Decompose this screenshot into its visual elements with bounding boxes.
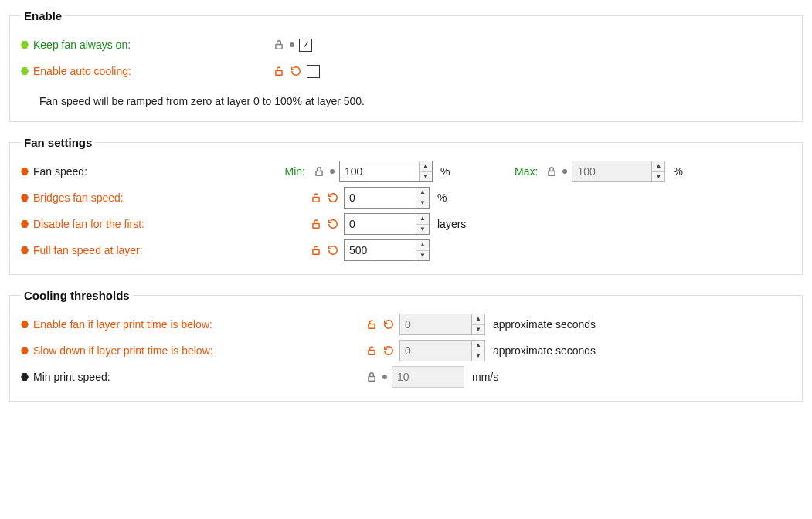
spin-down-icon[interactable]: ▼ [416, 251, 429, 261]
spin-buttons: ▲ ▼ [651, 161, 664, 181]
row-disable-first: Disable fan for the first: ▲ ▼ layers [21, 211, 791, 237]
dot-icon [562, 169, 567, 174]
label-enable-below: Enable fan if layer print time is below: [33, 318, 212, 331]
reset-icon[interactable] [382, 318, 395, 331]
spin-up-icon[interactable]: ▲ [472, 341, 484, 351]
label-keep-fan-on: Keep fan always on: [33, 39, 131, 51]
input-min-speed [392, 367, 464, 387]
spin-up-icon[interactable]: ▲ [652, 161, 664, 172]
row-bridges: Bridges fan speed: ▲ ▼ % [21, 185, 791, 211]
unlock-icon[interactable] [273, 65, 285, 77]
reset-icon[interactable] [382, 344, 395, 357]
spin-disable-first: ▲ ▼ [344, 213, 430, 235]
input-fan-max [572, 161, 651, 181]
spin-buttons: ▲ ▼ [419, 161, 432, 181]
dot-icon [290, 42, 294, 47]
row-auto-cooling: Enable auto cooling: [21, 58, 791, 84]
row-full-layer: Full fan speed at layer: ▲ ▼ [21, 237, 791, 263]
label-fan-speed: Fan speed: [33, 165, 87, 178]
spin-enable-below: ▲ ▼ [399, 314, 485, 335]
reset-icon[interactable] [327, 192, 339, 204]
dot-icon [382, 375, 387, 379]
bullet-icon [21, 194, 29, 202]
lock-icon[interactable] [313, 165, 325, 178]
label-min: Min: [273, 165, 305, 178]
reset-icon[interactable] [327, 244, 339, 256]
svg-rect-7 [369, 324, 375, 328]
spin-down-icon[interactable]: ▼ [652, 172, 664, 182]
lock-icon[interactable] [545, 165, 558, 178]
unlock-icon[interactable] [310, 218, 322, 230]
bullet-icon [21, 168, 29, 175]
input-bridges[interactable] [345, 188, 416, 208]
spin-min-speed [392, 366, 464, 388]
reset-icon[interactable] [327, 218, 339, 230]
spin-up-icon[interactable]: ▲ [472, 314, 484, 325]
lock-icon[interactable] [273, 39, 285, 51]
bullet-icon [21, 347, 29, 354]
label-max: Max: [505, 165, 538, 178]
label-slow-below: Slow down if layer print time is below: [33, 344, 213, 357]
checkbox-auto-cooling[interactable] [307, 65, 320, 78]
bullet-icon [21, 246, 29, 254]
unit-fan-max: % [673, 165, 682, 178]
input-disable-first[interactable] [345, 214, 416, 234]
section-cooling: Cooling thresholds Enable fan if layer p… [9, 289, 803, 402]
svg-rect-8 [369, 350, 375, 354]
input-fan-min[interactable] [340, 161, 419, 181]
section-cooling-legend: Cooling thresholds [21, 289, 133, 302]
row-min-speed: Min print speed: mm/s [21, 364, 791, 390]
unit-min-speed: mm/s [472, 371, 498, 383]
svg-rect-0 [276, 44, 282, 49]
dot-icon [330, 169, 335, 174]
spin-buttons: ▲ ▼ [416, 188, 429, 208]
label-full-layer: Full fan speed at layer: [33, 244, 143, 256]
bullet-icon [21, 220, 29, 228]
reset-icon[interactable] [290, 65, 302, 77]
bullet-icon [21, 67, 29, 75]
spin-full-layer: ▲ ▼ [344, 239, 430, 261]
input-full-layer[interactable] [345, 240, 416, 260]
bullet-icon [21, 373, 29, 381]
section-fan-legend: Fan settings [21, 136, 95, 149]
unlock-icon[interactable] [310, 244, 322, 256]
spin-down-icon[interactable]: ▼ [472, 351, 484, 361]
unlock-icon[interactable] [365, 318, 378, 331]
unit-bridges: % [437, 192, 447, 204]
enable-note: Fan speed will be ramped from zero at la… [21, 84, 791, 110]
spin-down-icon[interactable]: ▼ [416, 198, 429, 209]
unlock-icon[interactable] [310, 192, 322, 204]
lock-icon[interactable] [365, 371, 378, 383]
spin-slow-below: ▲ ▼ [399, 340, 485, 361]
spin-up-icon[interactable]: ▲ [420, 161, 432, 172]
bullet-icon [21, 321, 29, 328]
svg-rect-9 [369, 376, 375, 381]
row-fan-speed: Fan speed: Min: ▲ ▼ % Max: [21, 158, 791, 185]
svg-rect-6 [313, 249, 319, 254]
spin-down-icon[interactable]: ▼ [420, 172, 432, 182]
spin-down-icon[interactable]: ▼ [416, 225, 429, 235]
label-auto-cooling: Enable auto cooling: [33, 65, 131, 77]
label-disable-first: Disable fan for the first: [33, 218, 144, 230]
row-slow-below: Slow down if layer print time is below: … [21, 338, 791, 364]
unit-enable-below: approximate seconds [493, 318, 596, 331]
spin-fan-min: ▲ ▼ [339, 161, 433, 182]
spin-down-icon[interactable]: ▼ [472, 325, 484, 335]
spin-buttons: ▲ ▼ [471, 341, 484, 361]
section-enable: Enable Keep fan always on: ✓ Enable auto… [9, 9, 803, 122]
spin-buttons: ▲ ▼ [416, 214, 429, 234]
svg-rect-2 [316, 171, 322, 175]
row-enable-below: Enable fan if layer print time is below:… [21, 311, 791, 338]
spin-up-icon[interactable]: ▲ [416, 240, 429, 251]
bullet-icon [21, 41, 29, 49]
input-slow-below [400, 341, 471, 361]
spin-buttons: ▲ ▼ [471, 314, 484, 334]
spin-buttons: ▲ ▼ [416, 240, 429, 260]
spin-up-icon[interactable]: ▲ [416, 188, 429, 198]
svg-rect-5 [313, 223, 319, 228]
unlock-icon[interactable] [365, 344, 378, 357]
spin-bridges: ▲ ▼ [344, 187, 430, 209]
checkbox-keep-fan-on[interactable]: ✓ [299, 39, 312, 52]
unit-disable-first: layers [437, 218, 466, 230]
spin-up-icon[interactable]: ▲ [416, 214, 429, 225]
